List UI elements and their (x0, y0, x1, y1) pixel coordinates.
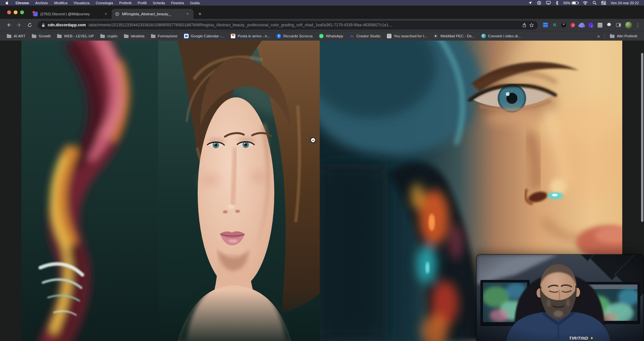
folder-icon (151, 35, 155, 38)
side-panel-icon[interactable] (616, 23, 621, 27)
new-tab-button[interactable] (195, 9, 204, 18)
apple-menu-icon[interactable] (5, 0, 9, 6)
menu-clock[interactable]: Ven 24 mar 20:22 (611, 1, 639, 5)
tab-image-active[interactable]: MRregista_Abstract_beauty._ (112, 9, 193, 19)
google-calendar-icon (184, 34, 189, 38)
webcam-overlay: TIRITIND (477, 255, 643, 341)
bookmark-creator-studio[interactable]: Creator Studio (347, 32, 383, 40)
converter-icon (481, 34, 486, 38)
back-icon[interactable] (5, 21, 13, 29)
whatsapp-icon (319, 34, 324, 38)
menu-profili[interactable]: Profili (138, 1, 147, 5)
close-window-button[interactable] (7, 10, 11, 14)
location-icon[interactable] (528, 1, 532, 5)
menu-archivio[interactable]: Archivio (35, 1, 48, 5)
macos-menu-bar: Chrome Archivio Modifica Visualizza Cron… (0, 0, 644, 6)
tab-title: (2762) Discord | @Midjourney (40, 12, 101, 16)
sparkle-icon (590, 336, 594, 341)
bookmark-you-searched[interactable]: You searched for I... (384, 32, 430, 40)
menu-modifica[interactable]: Modifica (54, 1, 68, 5)
menu-visualizza[interactable]: Visualizza (74, 1, 90, 5)
extension-n-icon[interactable] (552, 23, 557, 28)
profile-avatar[interactable] (625, 22, 632, 29)
zoom-window-button[interactable] (20, 10, 24, 14)
extension-cloud-icon[interactable] (579, 23, 584, 28)
folder-icon (610, 35, 614, 38)
close-tab-icon[interactable] (185, 11, 190, 17)
bookmarks-divider (604, 34, 605, 39)
bookmark-whatsapp[interactable]: WhatsApp (316, 32, 346, 40)
bookmark-folder-growth[interactable]: Growth (29, 32, 54, 40)
wifi-icon[interactable] (583, 1, 588, 5)
extension-password-key-icon[interactable] (570, 23, 575, 28)
gmail-icon (231, 34, 235, 38)
bookmark-folder-web-level-up[interactable]: WEB - LEVEL-UP (54, 32, 97, 40)
meta-icon (350, 34, 354, 38)
tab-title: MRregista_Abstract_beauty._ (122, 12, 182, 16)
bookmark-gmail-inbox[interactable]: Posta in arrivo - ri... (228, 32, 273, 40)
menu-cronologia[interactable]: Cronologia (96, 1, 113, 5)
extensions-row (543, 22, 639, 29)
other-bookmarks-folder[interactable]: Altri Preferiti (607, 32, 640, 40)
webcam-scene (477, 255, 643, 341)
battery-percent-label: 56% (563, 1, 570, 5)
menu-status-area: 56% Ven 24 mar 20:22 (528, 1, 639, 5)
page-icon (387, 34, 391, 38)
spotlight-search-icon[interactable] (592, 1, 597, 5)
bookmark-folder-crypto[interactable]: crypto (97, 32, 120, 40)
bookmark-folder-formazione[interactable]: Formazione (148, 32, 180, 40)
forward-icon[interactable] (15, 21, 23, 29)
folder-icon (57, 35, 62, 38)
extension-dark-circle-icon[interactable] (561, 23, 566, 28)
menu-preferiti[interactable]: Preferiti (119, 1, 131, 5)
bookmark-star-icon[interactable] (529, 23, 534, 28)
folder-icon (7, 35, 11, 38)
globe-favicon (115, 12, 119, 16)
control-center-icon[interactable] (601, 1, 606, 5)
folder-icon (100, 35, 105, 38)
chrome-menu-icon[interactable] (636, 23, 639, 28)
discord-favicon (33, 12, 38, 16)
vertical-scrollbar-thumb[interactable] (641, 53, 643, 222)
artwork-panel-abstract-ribbon (21, 41, 158, 341)
menu-guida[interactable]: Guida (190, 1, 200, 5)
facebook-icon (277, 34, 281, 38)
share-icon[interactable] (522, 23, 526, 28)
bookmark-folder-ai-art[interactable]: AI ART (4, 32, 28, 40)
bluetooth-icon[interactable] (555, 1, 559, 5)
folder-icon (32, 35, 36, 38)
url-domain: cdn.discordapp.com (48, 23, 86, 27)
webmail-icon (434, 34, 438, 38)
extension-waves-icon[interactable] (543, 23, 548, 28)
battery-icon (572, 1, 578, 5)
screen-record-icon[interactable] (537, 1, 541, 5)
menu-finestra[interactable]: Finestra (171, 1, 184, 5)
display-mirroring-icon[interactable] (546, 1, 551, 5)
extension-card-icon[interactable] (598, 23, 602, 28)
menu-scheda[interactable]: Scheda (153, 1, 165, 5)
reload-icon[interactable] (25, 21, 34, 29)
bookmark-webmail-pec[interactable]: WebMail PEC - De... (431, 32, 478, 40)
tab-discord[interactable]: (2762) Discord | @Midjourney (30, 9, 112, 19)
extensions-puzzle-icon[interactable] (607, 22, 612, 28)
window-controls (7, 10, 24, 14)
watermark-text: TIRITIND (569, 336, 588, 341)
lock-icon[interactable] (42, 23, 45, 27)
minimize-window-button[interactable] (14, 10, 18, 14)
bookmark-facebook-profile[interactable]: Riccardo Scrocca (274, 32, 316, 40)
address-bar[interactable]: cdn.discordapp.com /attachments/10135123… (38, 21, 538, 30)
battery-indicator[interactable]: 56% (563, 1, 578, 5)
url-path: /attachments/1013512335442333816/1088905… (88, 23, 520, 27)
close-tab-icon[interactable] (103, 11, 108, 17)
bookmark-google-calendar[interactable]: Google Calendar -... (181, 32, 228, 40)
bookmarks-overflow-chevron[interactable]: » (595, 34, 602, 39)
bookmark-folder-idealista[interactable]: idealista (121, 32, 147, 40)
bookmarks-bar: AI ART Growth WEB - LEVEL-UP crypto idea… (0, 31, 644, 41)
page-content: TIRITIND (0, 41, 644, 341)
extension-purple-icon[interactable] (588, 23, 593, 28)
bookmark-video-converter[interactable]: Converti i video di... (478, 32, 524, 40)
browser-toolbar: cdn.discordapp.com /attachments/10135123… (0, 19, 644, 31)
folder-icon (124, 35, 129, 38)
screen: Chrome Archivio Modifica Visualizza Cron… (0, 0, 644, 341)
menu-chrome[interactable]: Chrome (16, 1, 29, 5)
